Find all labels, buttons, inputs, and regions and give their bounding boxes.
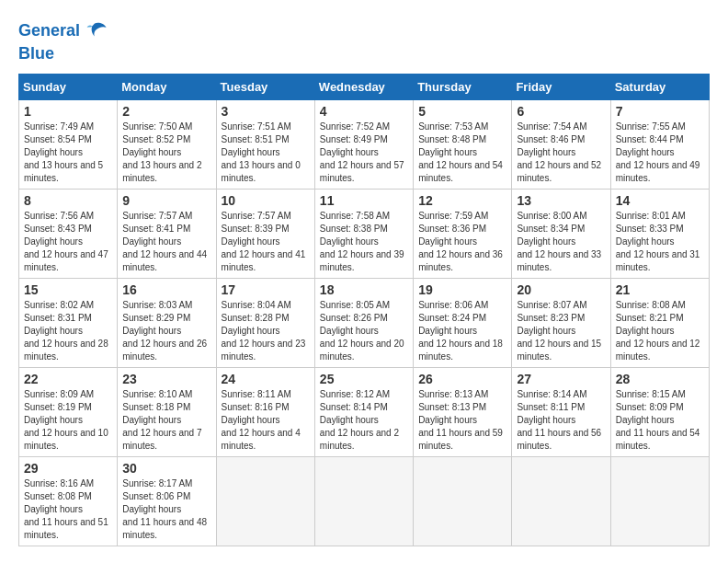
day-number: 9: [122, 193, 210, 208]
sunset-label: Sunset: 8:49 PM: [320, 134, 388, 144]
day-number: 8: [24, 193, 112, 208]
day-info: Sunrise: 8:07 AM Sunset: 8:23 PM Dayligh…: [517, 299, 605, 363]
day-number: 28: [616, 372, 704, 386]
day-cell-4: 4 Sunrise: 7:52 AM Sunset: 8:49 PM Dayli…: [314, 99, 413, 189]
empty-cell: [216, 456, 314, 546]
day-number: 6: [517, 104, 605, 119]
daylight-value: and 12 hours and 4 minutes.: [222, 428, 301, 451]
day-header-wednesday: Wednesday: [314, 74, 413, 99]
calendar-header-row: SundayMondayTuesdayWednesdayThursdayFrid…: [19, 74, 710, 99]
day-cell-15: 15 Sunrise: 8:02 AM Sunset: 8:31 PM Dayl…: [19, 278, 118, 367]
sunrise-label: Sunrise: 7:52 AM: [320, 121, 390, 132]
daylight-value: and 12 hours and 41 minutes.: [222, 249, 306, 272]
day-info: Sunrise: 8:10 AM Sunset: 8:18 PM Dayligh…: [122, 388, 210, 453]
day-number: 23: [122, 372, 210, 386]
daylight-label: Daylight hours: [320, 415, 379, 425]
daylight-value: and 12 hours and 49 minutes.: [616, 160, 700, 183]
day-header-thursday: Thursday: [414, 74, 512, 99]
daylight-label: Daylight hours: [24, 504, 83, 514]
day-number: 4: [320, 104, 408, 119]
daylight-value: and 11 hours and 59 minutes.: [418, 428, 503, 451]
sunset-label: Sunset: 8:16 PM: [222, 402, 290, 412]
day-cell-6: 6 Sunrise: 7:54 AM Sunset: 8:46 PM Dayli…: [512, 99, 610, 189]
day-info: Sunrise: 8:06 AM Sunset: 8:24 PM Dayligh…: [418, 299, 506, 363]
day-number: 15: [24, 282, 112, 297]
week-row-1: 1 Sunrise: 7:49 AM Sunset: 8:54 PM Dayli…: [19, 99, 710, 189]
day-cell-9: 9 Sunrise: 7:57 AM Sunset: 8:41 PM Dayli…: [118, 189, 216, 278]
daylight-label: Daylight hours: [616, 326, 675, 336]
day-header-saturday: Saturday: [610, 74, 709, 99]
day-number: 1: [24, 104, 112, 119]
sunset-label: Sunset: 8:11 PM: [517, 402, 585, 412]
day-cell-8: 8 Sunrise: 7:56 AM Sunset: 8:43 PM Dayli…: [19, 189, 118, 278]
empty-cell: [414, 456, 512, 546]
daylight-value: and 12 hours and 2 minutes.: [320, 428, 399, 451]
week-row-2: 8 Sunrise: 7:56 AM Sunset: 8:43 PM Dayli…: [19, 189, 710, 278]
day-info: Sunrise: 8:02 AM Sunset: 8:31 PM Dayligh…: [24, 299, 112, 363]
sunrise-label: Sunrise: 8:15 AM: [616, 389, 686, 399]
sunset-label: Sunset: 8:52 PM: [122, 134, 190, 144]
sunrise-label: Sunrise: 7:53 AM: [418, 121, 488, 132]
day-info: Sunrise: 8:15 AM Sunset: 8:09 PM Dayligh…: [616, 388, 704, 453]
day-cell-10: 10 Sunrise: 7:57 AM Sunset: 8:39 PM Dayl…: [216, 189, 314, 278]
day-number: 22: [24, 372, 112, 386]
day-info: Sunrise: 8:01 AM Sunset: 8:33 PM Dayligh…: [616, 210, 704, 274]
day-number: 16: [122, 282, 210, 297]
daylight-label: Daylight hours: [122, 236, 181, 247]
day-info: Sunrise: 7:58 AM Sunset: 8:38 PM Dayligh…: [320, 210, 408, 274]
sunset-label: Sunset: 8:18 PM: [122, 402, 190, 412]
daylight-label: Daylight hours: [320, 147, 379, 157]
daylight-value: and 13 hours and 0 minutes.: [222, 160, 301, 183]
empty-cell: [610, 456, 709, 546]
sunset-label: Sunset: 8:08 PM: [24, 491, 92, 501]
day-cell-30: 30 Sunrise: 8:17 AM Sunset: 8:06 PM Dayl…: [118, 456, 216, 546]
sunset-label: Sunset: 8:14 PM: [320, 402, 388, 412]
sunset-label: Sunset: 8:19 PM: [24, 402, 92, 412]
sunrise-label: Sunrise: 7:58 AM: [320, 211, 390, 221]
sunset-label: Sunset: 8:44 PM: [616, 134, 684, 144]
sunrise-label: Sunrise: 8:08 AM: [616, 300, 686, 310]
day-number: 19: [418, 282, 506, 297]
day-info: Sunrise: 7:51 AM Sunset: 8:51 PM Dayligh…: [222, 121, 310, 185]
sunset-label: Sunset: 8:09 PM: [616, 402, 684, 412]
sunrise-label: Sunrise: 7:54 AM: [517, 121, 586, 132]
sunrise-label: Sunrise: 8:07 AM: [517, 300, 586, 310]
day-cell-18: 18 Sunrise: 8:05 AM Sunset: 8:26 PM Dayl…: [314, 278, 413, 367]
day-info: Sunrise: 8:11 AM Sunset: 8:16 PM Dayligh…: [222, 388, 310, 453]
day-info: Sunrise: 8:09 AM Sunset: 8:19 PM Dayligh…: [24, 388, 112, 453]
day-cell-26: 26 Sunrise: 8:13 AM Sunset: 8:13 PM Dayl…: [414, 367, 512, 456]
daylight-value: and 11 hours and 56 minutes.: [517, 428, 601, 451]
sunset-label: Sunset: 8:38 PM: [320, 224, 388, 234]
sunset-label: Sunset: 8:39 PM: [222, 224, 290, 234]
day-number: 25: [320, 372, 408, 386]
day-cell-17: 17 Sunrise: 8:04 AM Sunset: 8:28 PM Dayl…: [216, 278, 314, 367]
day-number: 13: [517, 193, 605, 208]
sunset-label: Sunset: 8:41 PM: [122, 224, 190, 234]
day-number: 10: [222, 193, 310, 208]
sunrise-label: Sunrise: 8:12 AM: [320, 389, 390, 399]
day-cell-22: 22 Sunrise: 8:09 AM Sunset: 8:19 PM Dayl…: [19, 367, 118, 456]
sunrise-label: Sunrise: 8:14 AM: [517, 389, 586, 399]
day-number: 26: [418, 372, 506, 386]
day-cell-14: 14 Sunrise: 8:01 AM Sunset: 8:33 PM Dayl…: [610, 189, 709, 278]
day-cell-16: 16 Sunrise: 8:03 AM Sunset: 8:29 PM Dayl…: [118, 278, 216, 367]
daylight-label: Daylight hours: [222, 415, 280, 425]
daylight-value: and 12 hours and 44 minutes.: [122, 249, 207, 272]
day-cell-7: 7 Sunrise: 7:55 AM Sunset: 8:44 PM Dayli…: [610, 99, 709, 189]
day-info: Sunrise: 7:52 AM Sunset: 8:49 PM Dayligh…: [320, 121, 408, 185]
daylight-value: and 12 hours and 31 minutes.: [616, 249, 700, 272]
daylight-value: and 12 hours and 18 minutes.: [418, 339, 503, 362]
daylight-label: Daylight hours: [418, 326, 477, 336]
day-info: Sunrise: 8:03 AM Sunset: 8:29 PM Dayligh…: [122, 299, 210, 363]
day-number: 20: [517, 282, 605, 297]
day-info: Sunrise: 7:49 AM Sunset: 8:54 PM Dayligh…: [24, 121, 112, 185]
day-number: 7: [616, 104, 704, 119]
day-info: Sunrise: 7:54 AM Sunset: 8:46 PM Dayligh…: [517, 121, 605, 185]
day-info: Sunrise: 8:14 AM Sunset: 8:11 PM Dayligh…: [517, 388, 605, 453]
daylight-value: and 12 hours and 12 minutes.: [616, 339, 700, 362]
calendar-table: SundayMondayTuesdayWednesdayThursdayFrid…: [18, 74, 710, 546]
sunset-label: Sunset: 8:34 PM: [517, 224, 585, 234]
day-info: Sunrise: 7:50 AM Sunset: 8:52 PM Dayligh…: [122, 121, 210, 185]
daylight-value: and 13 hours and 5 minutes.: [24, 160, 103, 183]
sunset-label: Sunset: 8:36 PM: [418, 224, 486, 234]
